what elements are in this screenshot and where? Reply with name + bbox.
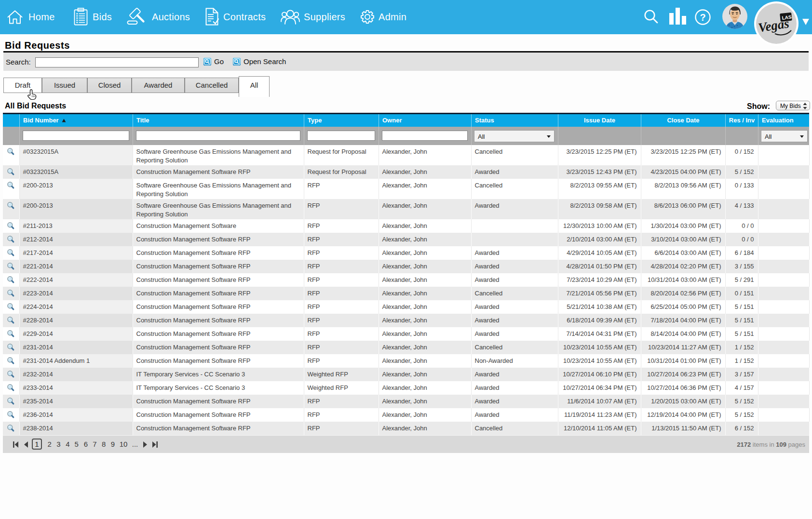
svg-text:?: ? <box>700 12 705 23</box>
svg-text:LAS: LAS <box>782 14 792 21</box>
